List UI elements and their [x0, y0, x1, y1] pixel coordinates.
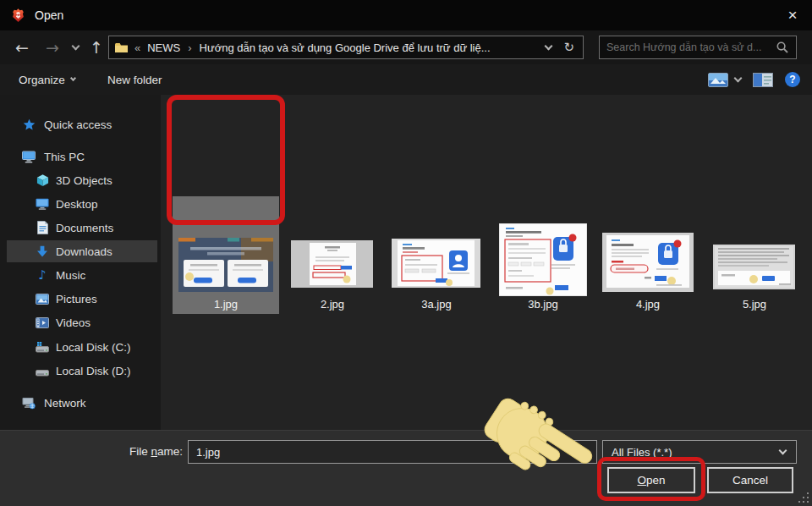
- folder-icon: [115, 42, 128, 53]
- window-title: Open: [35, 8, 63, 22]
- up-arrow-icon: ↑: [90, 38, 103, 57]
- back-button[interactable]: ←: [10, 30, 34, 64]
- organize-label: Organize: [19, 74, 65, 86]
- chevron-down-icon: [71, 41, 80, 50]
- button-label: Cancel: [732, 474, 768, 487]
- cube-icon: [36, 173, 49, 187]
- forward-button[interactable]: →: [41, 30, 64, 64]
- file-name-label: 1.jpg: [173, 298, 279, 311]
- monitor-icon: [22, 150, 36, 163]
- thumbnail-preview-4jpg: [602, 233, 694, 292]
- resize-grip[interactable]: [797, 491, 809, 503]
- sidebar-item-quick-access[interactable]: Quick access: [0, 113, 161, 135]
- sidebar-item-pictures[interactable]: Pictures: [0, 288, 161, 310]
- file-item-2jpg[interactable]: 2.jpg: [283, 196, 382, 314]
- preview-pane-icon[interactable]: [753, 73, 773, 87]
- breadcrumb-parent[interactable]: NEWS: [147, 41, 180, 54]
- sidebar-item-this-pc[interactable]: This PC: [0, 146, 161, 168]
- back-arrow-icon: ←: [15, 38, 29, 57]
- music-note-icon: ♪: [36, 268, 49, 282]
- star-icon: [22, 118, 36, 131]
- label-fragment: ame:: [157, 445, 183, 458]
- search-box: [599, 36, 797, 59]
- title-bar: Open ×: [0, 0, 812, 30]
- thumbnail-preview-1jpg: [178, 238, 273, 292]
- thumbnail-preview-5jpg: [713, 245, 795, 289]
- sidebar-item-music[interactable]: ♪ Music: [0, 264, 161, 286]
- sidebar-item-3d-objects[interactable]: 3D Objects: [0, 169, 161, 191]
- dialog-footer: File name: All Files (*.*) Open Cancel: [0, 430, 812, 506]
- button-label: pen: [646, 474, 666, 487]
- sidebar-item-downloads[interactable]: Downloads: [7, 240, 157, 262]
- view-controls: ?: [708, 64, 800, 95]
- thumbnail-view-icon: [708, 73, 728, 87]
- file-name-input[interactable]: [188, 440, 597, 464]
- chevron-down-icon: [70, 74, 76, 80]
- sidebar-item-documents[interactable]: Documents: [0, 217, 161, 239]
- sidebar-item-local-disk-c[interactable]: Local Disk (C:): [0, 336, 161, 358]
- up-button[interactable]: ↑: [85, 30, 108, 64]
- file-name-field-label: File name:: [0, 440, 183, 464]
- new-folder-label: New folder: [107, 74, 162, 86]
- file-name-label: 2.jpg: [283, 298, 382, 311]
- network-icon: [22, 396, 36, 410]
- label-fragment: File: [129, 445, 151, 458]
- desktop-icon: [36, 197, 49, 211]
- address-bar[interactable]: « NEWS › Hướng dẫn tạo và sử dụng Google…: [108, 36, 584, 59]
- navigation-pane: Quick access This PC 3D Objects Desktop: [0, 95, 161, 430]
- thumbnail-preview-3bjpg: [499, 223, 587, 296]
- file-item-3bjpg[interactable]: 3b.jpg: [496, 196, 590, 314]
- file-item-5jpg[interactable]: 5.jpg: [708, 196, 801, 314]
- open-button[interactable]: Open: [607, 467, 695, 493]
- file-type-value: All Files (*.*): [612, 446, 672, 459]
- file-item-1jpg[interactable]: 1.jpg: [173, 196, 279, 314]
- new-folder-button[interactable]: New folder: [107, 64, 162, 95]
- address-dropdown-icon[interactable]: [545, 41, 553, 50]
- search-input[interactable]: [600, 41, 776, 53]
- chevron-down-icon: [734, 74, 743, 82]
- chevron-down-icon: [779, 446, 787, 454]
- close-button[interactable]: ×: [773, 0, 812, 30]
- recent-locations-button[interactable]: [68, 30, 83, 64]
- help-button[interactable]: ?: [785, 72, 800, 87]
- file-item-3ajpg[interactable]: 3a.jpg: [387, 196, 486, 314]
- command-bar: Organize New folder ?: [0, 64, 812, 95]
- label-accelerator: n: [151, 445, 157, 458]
- thumbnail-preview-3ajpg: [392, 239, 480, 288]
- thumbnail-preview-2jpg: [291, 240, 373, 288]
- breadcrumb-overflow[interactable]: «: [134, 41, 140, 54]
- help-icon: ?: [789, 74, 795, 85]
- file-name-label: 5.jpg: [708, 298, 801, 311]
- video-icon: [36, 316, 49, 329]
- organize-menu-button[interactable]: Organize: [19, 64, 75, 95]
- sidebar-item-desktop[interactable]: Desktop: [0, 193, 161, 215]
- open-file-dialog: Open × ← → ↑ « NEWS › Hướng dẫn tạo và s…: [0, 0, 812, 506]
- dialog-body: Quick access This PC 3D Objects Desktop: [0, 95, 812, 430]
- refresh-icon[interactable]: ↻: [563, 40, 574, 55]
- file-item-4jpg[interactable]: 4.jpg: [597, 196, 699, 314]
- sidebar-item-videos[interactable]: Videos: [0, 311, 161, 333]
- brave-logo-icon: [10, 8, 26, 24]
- address-bar-controls: ↻: [546, 40, 583, 55]
- close-icon: ×: [787, 6, 797, 25]
- file-type-select[interactable]: All Files (*.*): [602, 440, 797, 464]
- disk-drive-icon: [36, 364, 49, 377]
- document-icon: [36, 221, 49, 234]
- download-arrow-icon: [36, 245, 49, 258]
- sidebar-item-network[interactable]: Network: [0, 392, 161, 414]
- search-icon[interactable]: [776, 41, 788, 53]
- breadcrumb-current[interactable]: Hướng dẫn tạo và sử dụng Google Drive để…: [200, 41, 491, 54]
- sidebar-item-local-disk-d[interactable]: Local Disk (D:): [0, 360, 161, 382]
- breadcrumb-separator-icon: ›: [188, 41, 191, 54]
- picture-icon: [36, 292, 49, 305]
- file-name-label: 3a.jpg: [387, 298, 486, 311]
- disk-drive-icon: [36, 340, 49, 354]
- cancel-button[interactable]: Cancel: [707, 467, 793, 493]
- change-view-button[interactable]: [708, 73, 741, 87]
- navigation-bar: ← → ↑ « NEWS › Hướng dẫn tạo và sử dụng …: [0, 30, 812, 64]
- file-name-label: 4.jpg: [597, 298, 699, 311]
- file-name-label: 3b.jpg: [496, 298, 590, 311]
- button-accelerator: O: [637, 474, 646, 487]
- forward-arrow-icon: →: [46, 38, 59, 57]
